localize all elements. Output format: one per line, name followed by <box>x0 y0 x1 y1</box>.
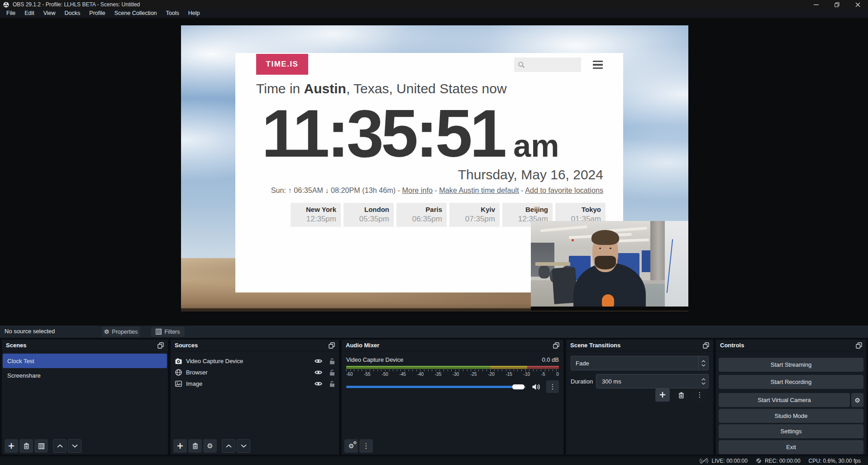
source-status-text: No source selected <box>5 328 55 335</box>
menu-help[interactable]: Help <box>184 9 205 18</box>
make-default-link: Make Austin time default <box>439 186 519 194</box>
controls-title: Controls <box>720 342 744 349</box>
transition-properties-button[interactable]: ⋮ <box>692 388 707 402</box>
chevron-up-icon <box>57 444 63 448</box>
image-icon <box>175 381 182 387</box>
menu-tools[interactable]: Tools <box>162 9 184 18</box>
source-row-image[interactable]: Image <box>171 378 339 389</box>
kebab-icon: ⋮ <box>549 384 556 390</box>
advanced-audio-button[interactable]: ⚙⚙ <box>344 439 358 453</box>
visibility-eye-icon[interactable] <box>315 381 322 386</box>
properties-button[interactable]: ⚙ Properties <box>102 326 140 337</box>
source-properties-button[interactable]: ⚙ <box>203 439 217 453</box>
transition-selected-value: Fade <box>571 360 698 367</box>
duration-value: 300 ms <box>596 378 698 385</box>
popout-icon[interactable] <box>553 342 559 349</box>
speaker-icon[interactable] <box>532 384 541 390</box>
lock-icon[interactable] <box>329 369 335 376</box>
webcam-overlay <box>531 221 688 311</box>
audio-mixer-panel: Audio Mixer Video Capture Device 0.0 dB … <box>342 340 563 455</box>
scene-move-up-button[interactable] <box>53 439 67 453</box>
settings-button[interactable]: Settings <box>719 424 863 438</box>
add-scene-button[interactable]: + <box>5 439 18 453</box>
menu-view[interactable]: View <box>39 9 60 18</box>
gear-icon: ⚙ <box>854 397 860 403</box>
select-spinner[interactable] <box>698 356 708 370</box>
source-move-down-button[interactable] <box>237 439 250 453</box>
start-streaming-button[interactable]: Start Streaming <box>719 358 863 372</box>
chevron-up-icon <box>226 444 232 448</box>
add-source-button[interactable]: + <box>173 439 187 453</box>
restore-button[interactable] <box>826 0 847 9</box>
trash-icon <box>24 443 29 449</box>
plus-icon: + <box>176 441 184 450</box>
remove-transition-button[interactable] <box>674 388 688 402</box>
scenes-panel: Scenes Clock Test Screenshare + <box>2 340 168 455</box>
remove-scene-button[interactable] <box>19 439 33 453</box>
studio-mode-button[interactable]: Studio Mode <box>719 409 863 423</box>
city-card: Paris06:35pm <box>396 203 447 227</box>
menu-profile[interactable]: Profile <box>85 9 110 18</box>
scene-filters-button[interactable] <box>34 439 48 453</box>
audio-mixer-toolbar: ⚙⚙ ⋮ <box>344 439 373 453</box>
scene-move-down-button[interactable] <box>68 439 81 453</box>
popout-icon[interactable] <box>856 342 862 349</box>
title-bar: OBS 29.1.2 - Profile: LLHLS BETA - Scene… <box>0 0 868 9</box>
popout-icon[interactable] <box>157 342 164 349</box>
minimize-button[interactable] <box>806 0 826 9</box>
remove-source-button[interactable] <box>188 439 202 453</box>
window-controls <box>806 0 868 9</box>
webcam-table <box>535 262 570 266</box>
gear-icon: ⚙ <box>207 443 213 450</box>
popout-icon[interactable] <box>329 342 335 349</box>
visibility-eye-icon[interactable] <box>315 359 322 364</box>
scenes-title: Scenes <box>6 342 27 349</box>
visibility-eye-icon[interactable] <box>315 370 322 375</box>
menu-edit[interactable]: Edit <box>20 9 39 18</box>
lock-icon[interactable] <box>329 358 335 364</box>
source-row-video-capture[interactable]: Video Capture Device <box>171 355 339 367</box>
preview-canvas[interactable]: TIME.IS Time in Austin, Texas, United St… <box>181 25 688 312</box>
volume-slider-handle[interactable] <box>512 384 525 389</box>
scene-item-screenshare[interactable]: Screenshare <box>3 368 167 383</box>
sources-panel: Sources Video Capture Device <box>171 340 339 455</box>
live-status: LIVE: 00:00:00 <box>700 458 747 464</box>
close-button[interactable] <box>847 0 868 9</box>
trash-icon <box>678 392 684 398</box>
sources-list: Video Capture Device Browser <box>171 351 339 389</box>
dock-panels: Scenes Clock Test Screenshare + <box>0 338 868 456</box>
timeis-heading: Time in Austin, Texas, United States now <box>256 81 507 96</box>
lock-icon[interactable] <box>329 381 335 387</box>
volume-meter <box>346 366 559 369</box>
source-move-up-button[interactable] <box>222 439 235 453</box>
start-recording-button[interactable]: Start Recording <box>719 375 863 389</box>
city-card: Kyiv07:35pm <box>449 203 500 227</box>
menu-scene-collection[interactable]: Scene Collection <box>110 9 162 18</box>
double-gear-icon: ⚙⚙ <box>348 443 354 449</box>
globe-icon <box>175 369 182 376</box>
meter-tick-labels: -60-55-50-45-40-35-30-25-20-15-10-50 <box>346 372 559 377</box>
duration-input[interactable]: 300 ms <box>596 374 709 388</box>
source-row-browser[interactable]: Browser <box>171 367 339 378</box>
add-transition-button[interactable]: + <box>655 388 670 402</box>
start-virtual-camera-button[interactable]: Start Virtual Camera <box>719 393 850 407</box>
hamburger-menu-icon <box>593 61 603 69</box>
volume-slider[interactable] <box>346 386 526 388</box>
menu-file[interactable]: File <box>2 9 20 18</box>
scene-item-clock-test[interactable]: Clock Test <box>3 354 167 368</box>
popout-icon[interactable] <box>703 342 709 349</box>
timeis-search-box <box>514 58 581 72</box>
duration-spinner[interactable] <box>698 374 708 388</box>
virtual-camera-config-button[interactable]: ⚙ <box>851 393 863 407</box>
scenes-toolbar: + <box>5 439 81 453</box>
scene-transitions-panel: Scene Transitions Fade Duration 300 ms <box>566 340 713 455</box>
filters-button[interactable]: Filters <box>151 326 185 337</box>
timeis-sun-line: Sun: ↑ 06:35AM ↓ 08:20PM (13h 46m) - Mor… <box>244 186 603 195</box>
audio-mixer-menu-button[interactable]: ⋮ <box>359 439 373 453</box>
sources-title: Sources <box>175 342 198 349</box>
sources-header: Sources <box>171 340 339 351</box>
menu-docks[interactable]: Docks <box>60 9 85 18</box>
exit-button[interactable]: Exit <box>719 440 863 454</box>
transition-select[interactable]: Fade <box>571 356 709 370</box>
audio-channel-menu-button[interactable]: ⋮ <box>546 380 559 393</box>
